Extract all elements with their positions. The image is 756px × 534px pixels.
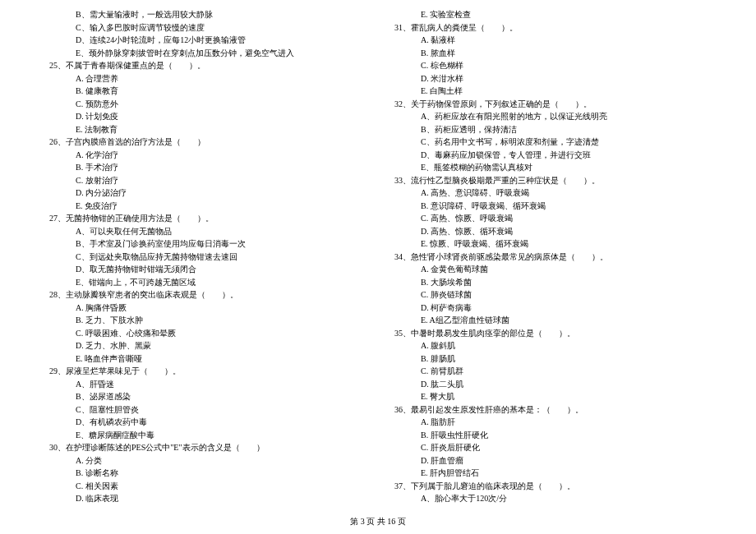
- exam-option: C. 肝炎后肝硬化: [394, 441, 707, 454]
- exam-option: D. 乏力、水肿、黑蒙: [49, 339, 362, 352]
- exam-option: E、糖尿病酮症酸中毒: [49, 429, 362, 442]
- exam-option: C. 前臂肌群: [394, 365, 707, 378]
- exam-option: B、需大量输液时，一般选用较大静脉: [49, 8, 362, 21]
- exam-option: C. 相关因素: [49, 480, 362, 493]
- exam-option: B. 手术治疗: [49, 161, 362, 174]
- exam-option: E. 法制教育: [49, 123, 362, 136]
- exam-option: C. 放射治疗: [49, 174, 362, 187]
- exam-option: A. 合理营养: [49, 72, 362, 85]
- exam-option: C. 棕色糊样: [394, 59, 707, 72]
- exam-option: A. 腹斜肌: [394, 339, 707, 352]
- exam-option: C、输入多巴胺时应调节较慢的速度: [49, 21, 362, 35]
- exam-option: D、有机磷农药中毒: [49, 416, 362, 429]
- exam-option: D. 肱二头肌: [394, 378, 707, 391]
- exam-option: E. 实验室检查: [394, 8, 707, 21]
- exam-option: C. 肺炎链球菌: [394, 288, 707, 302]
- exam-option: A. 脂肪肝: [394, 416, 707, 429]
- exam-option: D. 高热、惊厥、循环衰竭: [394, 225, 707, 238]
- exam-option: A、药柜应放在有阳光照射的地方，以保证光线明亮: [394, 110, 707, 123]
- exam-option: A. 高热、意识障碍、呼吸衰竭: [394, 186, 707, 200]
- exam-option: D. 内分泌治疗: [49, 186, 362, 200]
- exam-option: B. 乏力、下肢水肿: [49, 314, 362, 327]
- exam-option: B. 肝吸虫性肝硬化: [394, 429, 707, 442]
- exam-option: A、肝昏迷: [49, 378, 362, 391]
- exam-option: C、到远处夹取物品应持无菌持物钳速去速回: [49, 251, 362, 264]
- left-column: B、需大量输液时，一般选用较大静脉C、输入多巴胺时应调节较慢的速度D、连续24小…: [49, 8, 362, 505]
- exam-question: 30、在护理诊断陈述的PES公式中"E"表示的含义是（ ）: [49, 441, 362, 454]
- exam-option: E、瓶签模糊的药物需认真核对: [394, 161, 707, 174]
- exam-option: A. 化学治疗: [49, 149, 362, 162]
- exam-option: B、泌尿道感染: [49, 390, 362, 403]
- exam-option: B、药柜应透明，保持清洁: [394, 123, 707, 136]
- exam-option: D. 计划免疫: [49, 110, 362, 123]
- exam-option: E、钳端向上，不可跨越无菌区域: [49, 276, 362, 289]
- exam-option: D. 临床表现: [49, 492, 362, 505]
- exam-option: E. 惊厥、呼吸衰竭、循环衰竭: [394, 237, 707, 251]
- exam-option: D. 肝血管瘤: [394, 454, 707, 467]
- exam-option: A. 金黄色葡萄球菌: [394, 263, 707, 276]
- exam-option: B. 大肠埃希菌: [394, 276, 707, 289]
- exam-option: B. 脓血样: [394, 47, 707, 60]
- exam-columns: B、需大量输液时，一般选用较大静脉C、输入多巴胺时应调节较慢的速度D、连续24小…: [49, 8, 707, 505]
- exam-option: D、取无菌持物钳时钳端无须闭合: [49, 263, 362, 276]
- exam-option: B. 诊断名称: [49, 467, 362, 480]
- exam-option: E. 咯血伴声音嘶哑: [49, 352, 362, 366]
- exam-question: 33、流行性乙型脑炎极期最严重的三种症状是（ ）。: [394, 174, 707, 187]
- exam-option: E. 白陶土样: [394, 85, 707, 98]
- exam-question: 31、霍乱病人的粪便呈（ ）。: [394, 21, 707, 35]
- exam-option: C. 呼吸困难、心绞痛和晕厥: [49, 327, 362, 340]
- page-footer: 第 3 页 共 16 页: [0, 516, 756, 527]
- exam-option: B. 腓肠肌: [394, 352, 707, 366]
- exam-option: A. 黏液样: [394, 34, 707, 47]
- exam-option: C、药名用中文书写，标明浓度和剂量，字迹清楚: [394, 136, 707, 149]
- exam-option: B. 意识障碍、呼吸衰竭、循环衰竭: [394, 200, 707, 213]
- exam-question: 35、中暑时最易发生肌肉痉挛的部位是（ ）。: [394, 327, 707, 340]
- exam-question: 28、主动脉瓣狭窄患者的突出临床表观是（ ）。: [49, 288, 362, 302]
- exam-option: E. 免疫治疗: [49, 200, 362, 213]
- exam-option: E. A组乙型溶血性链球菌: [394, 314, 707, 327]
- exam-option: D. 米泔水样: [394, 72, 707, 85]
- exam-option: B. 健康教育: [49, 85, 362, 98]
- exam-option: E. 臀大肌: [394, 390, 707, 403]
- exam-question: 37、下列属于胎儿窘迫的临床表现的是（ ）。: [394, 480, 707, 493]
- exam-option: A、可以夹取任何无菌物品: [49, 225, 362, 238]
- exam-question: 36、最易引起发生原发性肝癌的基本是：（ ）。: [394, 403, 707, 417]
- exam-question: 34、急性肾小球肾炎前驱感染最常见的病原体是（ ）。: [394, 251, 707, 264]
- exam-option: D. 柯萨奇病毒: [394, 302, 707, 315]
- exam-option: D、连续24小时轮流时，应每12小时更换输液管: [49, 34, 362, 47]
- right-column: E. 实验室检查31、霍乱病人的粪便呈（ ）。A. 黏液样B. 脓血样C. 棕色…: [394, 8, 707, 505]
- exam-question: 32、关于药物保管原则，下列叙述正确的是（ ）。: [394, 98, 707, 111]
- exam-option: C. 高热、惊厥、呼吸衰竭: [394, 212, 707, 225]
- exam-option: B、手术室及门诊换药室使用均应每日消毒一次: [49, 237, 362, 251]
- exam-question: 27、无菌持物钳的正确使用方法是（ ）。: [49, 212, 362, 225]
- exam-option: C、阻塞性胆管炎: [49, 403, 362, 417]
- exam-option: A、胎心率大于120次/分: [394, 492, 707, 505]
- exam-question: 29、尿液呈烂苹果味见于（ ）。: [49, 365, 362, 378]
- exam-option: E. 肝内胆管结石: [394, 467, 707, 480]
- exam-option: A. 胸痛伴昏厥: [49, 302, 362, 315]
- exam-option: A. 分类: [49, 454, 362, 467]
- exam-question: 26、子宫内膜癌首选的治疗方法是（ ）: [49, 136, 362, 149]
- exam-option: D、毒麻药应加锁保管，专人管理，并进行交班: [394, 149, 707, 162]
- exam-option: E、颈外静脉穿刺拔管时在穿刺点加压数分钟，避免空气进入: [49, 47, 362, 60]
- exam-option: C. 预防意外: [49, 98, 362, 111]
- exam-question: 25、不属于青春期保健重点的是（ ）。: [49, 59, 362, 72]
